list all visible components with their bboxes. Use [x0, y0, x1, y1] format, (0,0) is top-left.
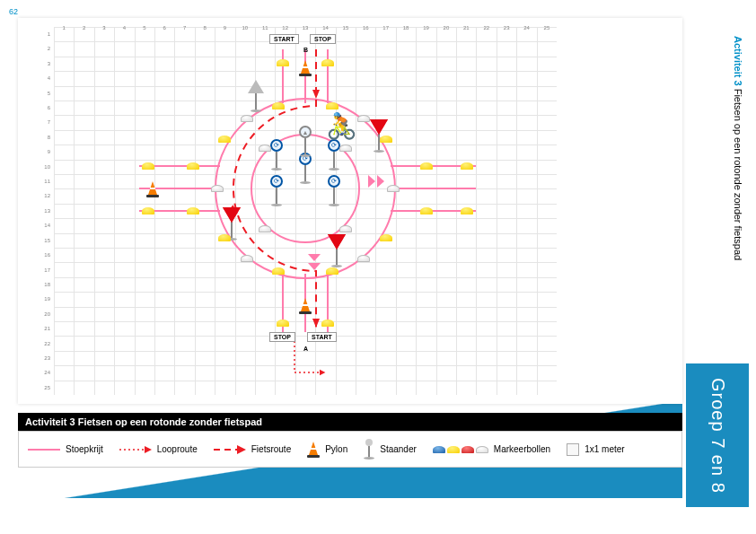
marker-yellow — [380, 234, 392, 241]
marker-yellow — [277, 59, 289, 66]
marker-yellow — [272, 267, 285, 275]
activity-title: Fietsen op een rotonde zonder fietspad — [733, 89, 743, 260]
marker-white — [387, 185, 400, 192]
svg-marker-11 — [320, 370, 325, 375]
roundabout-sign: ⟳ — [270, 175, 283, 206]
legend-staander: Staander — [364, 439, 417, 460]
svg-marker-4 — [368, 175, 375, 188]
marker-yellow — [326, 102, 338, 109]
grid-area: 1234567891011121314151617181920212223242… — [54, 27, 557, 395]
marker-white — [339, 225, 352, 232]
yield-sign — [330, 236, 344, 267]
marker-white — [259, 225, 271, 232]
marker-yellow — [272, 102, 285, 109]
marker-yellow — [420, 207, 433, 214]
marker-yellow — [142, 207, 154, 214]
legend: Stoepkrijt Looproute Fietsroute Pylon St… — [18, 431, 682, 468]
pylon-icon — [299, 298, 312, 314]
svg-marker-8 — [312, 90, 320, 99]
marker-yellow — [321, 59, 334, 66]
label-stop-top: STOP — [310, 34, 336, 44]
legend-markeerbollen: Markeerbollen — [433, 444, 550, 454]
roundabout-sign: ⟳ — [328, 139, 340, 171]
caption-title: Activiteit 3 Fietsen op een rotonde zond… — [18, 413, 682, 431]
legend-looproute: Looproute — [119, 444, 198, 454]
marker-white — [339, 144, 352, 152]
label-start-top: START — [269, 34, 299, 44]
marker-white — [357, 255, 370, 262]
roundabout-sign: ⟳ — [299, 153, 312, 184]
marker-yellow — [321, 320, 334, 327]
marker-yellow — [218, 136, 231, 143]
marker-yellow — [187, 207, 199, 214]
gray-round-sign: ▲ — [299, 126, 312, 157]
marker-white — [241, 255, 253, 262]
activity-num: Activiteit 3 — [733, 36, 743, 86]
marker-yellow — [461, 162, 473, 170]
marker-white — [259, 144, 271, 152]
label-start-bottom: START — [307, 332, 337, 342]
legend-fietsroute: Fietsroute — [214, 444, 291, 454]
pylon-icon — [146, 181, 159, 197]
legend-stoepkrijt: Stoepkrijt — [28, 444, 103, 454]
row-labels: 1234567891011121314151617181920212223242… — [41, 27, 50, 395]
side-header: Activiteit 3 Fietsen op een rotonde zond… — [733, 36, 743, 260]
marker-yellow — [187, 162, 199, 170]
svg-marker-7 — [308, 263, 321, 270]
legend-grid-unit: 1x1 meter — [567, 443, 624, 456]
marker-white — [241, 115, 253, 122]
svg-marker-5 — [377, 175, 384, 188]
cyclist-icon: 🚴 — [326, 111, 357, 141]
legend-pylon: Pylon — [307, 442, 347, 458]
page-number: 62 — [9, 7, 18, 16]
caption-bar: Activiteit 3 Fietsen op een rotonde zond… — [18, 413, 682, 468]
marker-yellow — [461, 207, 473, 214]
label-stop-bottom: STOP — [269, 332, 295, 342]
svg-marker-10 — [312, 319, 320, 328]
svg-marker-16 — [237, 445, 246, 454]
diagram-frame: 1234567891011121314151617181920212223242… — [18, 18, 682, 404]
pylon-icon — [299, 60, 312, 76]
marker-yellow — [380, 136, 392, 143]
marker-yellow — [277, 320, 289, 327]
marker-white — [211, 185, 224, 192]
gray-sign — [248, 80, 264, 112]
roundabout-sign: ⟳ — [270, 139, 283, 171]
marker-yellow — [326, 267, 338, 275]
route-diagram — [54, 27, 557, 395]
marker-white — [357, 115, 370, 122]
roundabout-sign: ⟳ — [328, 175, 340, 206]
svg-marker-6 — [308, 254, 321, 261]
looproute — [294, 337, 323, 372]
marker-yellow — [142, 162, 154, 170]
svg-marker-14 — [145, 446, 152, 453]
marker-b: B — [303, 47, 308, 53]
marker-a: A — [303, 346, 308, 352]
marker-yellow — [420, 162, 433, 170]
marker-yellow — [218, 234, 231, 241]
group-badge: Groep 7 en 8 — [686, 363, 749, 507]
